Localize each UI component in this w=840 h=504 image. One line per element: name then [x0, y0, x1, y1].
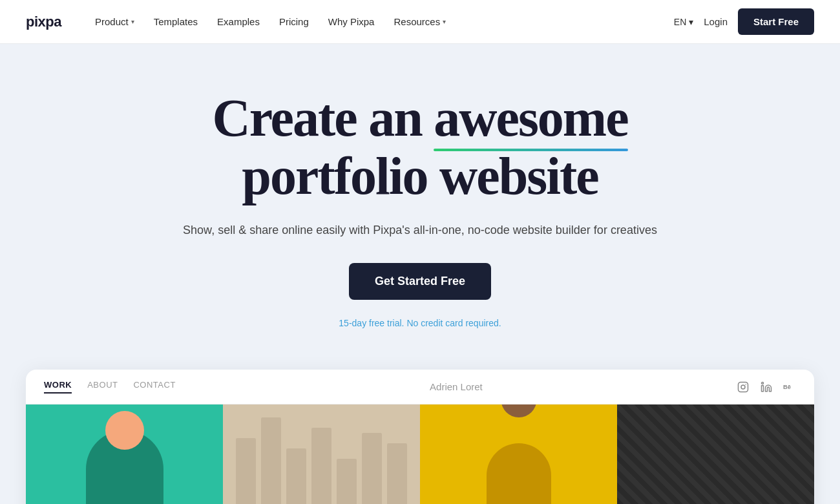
svg-text:Bē: Bē	[783, 384, 791, 390]
preview-nav-work[interactable]: WORK	[44, 380, 72, 394]
svg-point-2	[745, 384, 746, 385]
nav-why-pixpa[interactable]: Why Pixpa	[320, 12, 383, 31]
fabric-line	[337, 459, 357, 504]
fabric-lines	[223, 404, 420, 504]
nav-templates[interactable]: Templates	[146, 12, 205, 31]
photo-cell-dark: Livebox6	[617, 404, 814, 504]
preview-social-icons: Bē	[737, 381, 796, 394]
curly-person-silhouette	[487, 443, 551, 504]
hero-section: Create an awesome portfolio website Show…	[0, 44, 840, 354]
nav-pricing[interactable]: Pricing	[271, 12, 317, 31]
linkedin-icon[interactable]	[760, 381, 773, 394]
chevron-down-icon: ▾	[131, 18, 134, 25]
nav-examples[interactable]: Examples	[209, 12, 268, 31]
portfolio-preview-card: WORK ABOUT CONTACT Adrien Loret	[26, 370, 814, 504]
photo-cell-person-teal	[26, 404, 223, 504]
svg-rect-3	[762, 385, 764, 391]
fabric-line	[362, 433, 382, 504]
fabric-line	[236, 438, 256, 504]
preview-site-title: Adrien Loret	[176, 381, 737, 392]
nav-resources[interactable]: Resources ▾	[386, 12, 454, 31]
start-free-button[interactable]: Start Free	[738, 8, 814, 35]
brand-logo[interactable]: pixpa	[26, 14, 61, 30]
instagram-icon[interactable]	[737, 381, 750, 394]
preview-nav-bar: WORK ABOUT CONTACT Adrien Loret	[26, 370, 814, 404]
chevron-down-icon: ▾	[689, 17, 693, 27]
language-selector[interactable]: EN ▾	[674, 17, 693, 27]
nav-links: Product ▾ Templates Examples Pricing Why…	[87, 12, 674, 31]
hero-title: Create an awesome portfolio website	[26, 89, 814, 205]
preview-nav-about[interactable]: ABOUT	[87, 380, 118, 394]
fabric-line	[261, 417, 281, 504]
awesome-word: awesome	[434, 89, 627, 147]
fabric-line	[286, 448, 306, 504]
portfolio-photo-grid: Livebox6	[26, 404, 814, 504]
nav-right: EN ▾ Login Start Free	[674, 8, 814, 35]
fabric-line	[387, 443, 407, 504]
hero-subtitle: Show, sell & share online easily with Pi…	[26, 221, 814, 240]
curly-head-silhouette	[501, 404, 536, 417]
person-silhouette	[86, 430, 163, 504]
nav-product[interactable]: Product ▾	[87, 12, 142, 31]
preview-nav-left: WORK ABOUT CONTACT	[44, 380, 176, 394]
svg-rect-0	[739, 382, 748, 392]
photo-cell-fabric	[223, 404, 420, 504]
fabric-line	[311, 428, 331, 504]
chevron-down-icon: ▾	[443, 18, 446, 25]
main-nav: pixpa Product ▾ Templates Examples Prici…	[0, 0, 840, 44]
login-link[interactable]: Login	[704, 16, 728, 27]
hero-cta-wrapper: Get Started Free 15-day free trial. No c…	[26, 263, 814, 328]
preview-nav-contact[interactable]: CONTACT	[133, 380, 175, 394]
get-started-button[interactable]: Get Started Free	[349, 263, 491, 300]
trial-text: 15-day free trial. No credit card requir…	[26, 318, 814, 328]
svg-point-4	[762, 382, 764, 384]
awesome-underline	[434, 149, 627, 151]
svg-point-1	[741, 385, 745, 389]
photo-cell-person-yellow	[420, 404, 617, 504]
hero-title-line1: Create an awesome	[26, 89, 814, 147]
behance-icon[interactable]: Bē	[783, 381, 796, 394]
hero-title-line2: portfolio website	[26, 147, 814, 205]
diagonal-pattern	[617, 404, 814, 504]
